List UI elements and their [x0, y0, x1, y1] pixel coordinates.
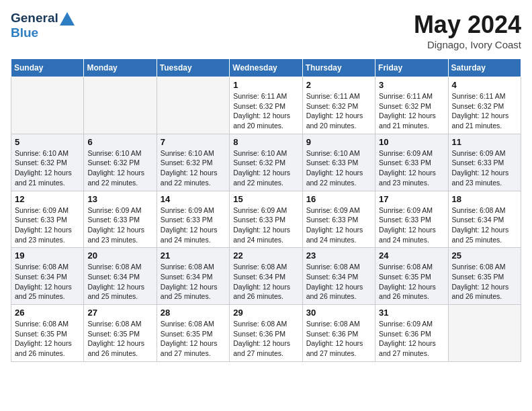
day-number: 5 — [15, 137, 80, 147]
day-number: 8 — [233, 137, 298, 147]
weekday-header-sunday: Sunday — [11, 59, 84, 77]
day-number: 14 — [161, 194, 226, 204]
calendar-cell: 21Sunrise: 6:08 AMSunset: 6:34 PMDayligh… — [157, 248, 229, 305]
day-info: Sunrise: 6:09 AMSunset: 6:33 PMDaylight:… — [379, 148, 444, 188]
calendar-table: SundayMondayTuesdayWednesdayThursdayFrid… — [11, 58, 521, 362]
day-info: Sunrise: 6:10 AMSunset: 6:32 PMDaylight:… — [15, 148, 80, 188]
day-number: 28 — [161, 308, 226, 318]
calendar-week-row: 19Sunrise: 6:08 AMSunset: 6:34 PMDayligh… — [11, 248, 521, 305]
calendar-cell: 25Sunrise: 6:08 AMSunset: 6:35 PMDayligh… — [448, 248, 521, 305]
page-header: General Blue May 2024 Dignago, Ivory Coa… — [11, 11, 521, 50]
day-info: Sunrise: 6:08 AMSunset: 6:34 PMDaylight:… — [452, 205, 517, 245]
calendar-cell: 26Sunrise: 6:08 AMSunset: 6:35 PMDayligh… — [11, 305, 84, 362]
day-info: Sunrise: 6:10 AMSunset: 6:32 PMDaylight:… — [161, 148, 226, 188]
day-info: Sunrise: 6:08 AMSunset: 6:36 PMDaylight:… — [306, 319, 371, 359]
weekday-header-thursday: Thursday — [302, 59, 375, 77]
day-number: 21 — [161, 250, 226, 261]
calendar-cell: 16Sunrise: 6:09 AMSunset: 6:33 PMDayligh… — [302, 191, 375, 248]
weekday-header-tuesday: Tuesday — [157, 59, 229, 77]
day-info: Sunrise: 6:11 AMSunset: 6:32 PMDaylight:… — [379, 91, 444, 131]
logo-text: General Blue — [11, 11, 76, 40]
day-number: 12 — [15, 194, 80, 204]
calendar-cell — [84, 77, 157, 134]
weekday-header-friday: Friday — [375, 59, 448, 77]
calendar-cell: 1Sunrise: 6:11 AMSunset: 6:32 PMDaylight… — [230, 77, 302, 134]
day-number: 30 — [306, 308, 371, 318]
day-number: 6 — [87, 137, 152, 147]
day-number: 18 — [452, 194, 517, 204]
calendar-cell — [11, 77, 84, 134]
calendar-cell: 19Sunrise: 6:08 AMSunset: 6:34 PMDayligh… — [11, 248, 84, 305]
day-info: Sunrise: 6:09 AMSunset: 6:33 PMDaylight:… — [379, 205, 444, 245]
calendar-cell: 17Sunrise: 6:09 AMSunset: 6:33 PMDayligh… — [375, 191, 448, 248]
day-number: 17 — [379, 194, 444, 204]
month-title: May 2024 — [414, 11, 521, 39]
day-info: Sunrise: 6:09 AMSunset: 6:33 PMDaylight:… — [452, 148, 517, 188]
day-info: Sunrise: 6:08 AMSunset: 6:34 PMDaylight:… — [306, 262, 371, 302]
day-info: Sunrise: 6:08 AMSunset: 6:35 PMDaylight:… — [87, 319, 152, 359]
day-number: 16 — [306, 194, 371, 204]
day-number: 31 — [379, 308, 444, 318]
day-info: Sunrise: 6:09 AMSunset: 6:33 PMDaylight:… — [15, 205, 80, 245]
day-number: 19 — [15, 250, 80, 261]
calendar-cell: 10Sunrise: 6:09 AMSunset: 6:33 PMDayligh… — [375, 134, 448, 191]
calendar-cell: 2Sunrise: 6:11 AMSunset: 6:32 PMDaylight… — [302, 77, 375, 134]
calendar-cell: 15Sunrise: 6:09 AMSunset: 6:33 PMDayligh… — [230, 191, 302, 248]
calendar-cell: 31Sunrise: 6:09 AMSunset: 6:36 PMDayligh… — [375, 305, 448, 362]
calendar-cell: 18Sunrise: 6:08 AMSunset: 6:34 PMDayligh… — [448, 191, 521, 248]
day-number: 13 — [87, 194, 152, 204]
calendar-cell: 30Sunrise: 6:08 AMSunset: 6:36 PMDayligh… — [302, 305, 375, 362]
day-info: Sunrise: 6:08 AMSunset: 6:34 PMDaylight:… — [87, 262, 152, 302]
day-number: 2 — [306, 80, 371, 90]
calendar-week-row: 5Sunrise: 6:10 AMSunset: 6:32 PMDaylight… — [11, 134, 521, 191]
day-info: Sunrise: 6:08 AMSunset: 6:34 PMDaylight:… — [233, 262, 298, 302]
day-info: Sunrise: 6:09 AMSunset: 6:36 PMDaylight:… — [379, 319, 444, 359]
calendar-cell: 4Sunrise: 6:11 AMSunset: 6:32 PMDaylight… — [448, 77, 521, 134]
day-info: Sunrise: 6:11 AMSunset: 6:32 PMDaylight:… — [452, 91, 517, 131]
weekday-header-monday: Monday — [84, 59, 157, 77]
calendar-cell: 23Sunrise: 6:08 AMSunset: 6:34 PMDayligh… — [302, 248, 375, 305]
calendar-week-row: 1Sunrise: 6:11 AMSunset: 6:32 PMDaylight… — [11, 77, 521, 134]
day-info: Sunrise: 6:10 AMSunset: 6:33 PMDaylight:… — [306, 148, 371, 188]
calendar-cell: 6Sunrise: 6:10 AMSunset: 6:32 PMDaylight… — [84, 134, 157, 191]
calendar-cell: 29Sunrise: 6:08 AMSunset: 6:36 PMDayligh… — [230, 305, 302, 362]
day-number: 27 — [87, 308, 152, 318]
day-info: Sunrise: 6:09 AMSunset: 6:33 PMDaylight:… — [161, 205, 226, 245]
calendar-cell — [448, 305, 521, 362]
day-info: Sunrise: 6:08 AMSunset: 6:34 PMDaylight:… — [15, 262, 80, 302]
calendar-cell: 5Sunrise: 6:10 AMSunset: 6:32 PMDaylight… — [11, 134, 84, 191]
day-info: Sunrise: 6:08 AMSunset: 6:35 PMDaylight:… — [15, 319, 80, 359]
day-info: Sunrise: 6:10 AMSunset: 6:32 PMDaylight:… — [87, 148, 152, 188]
calendar-cell: 22Sunrise: 6:08 AMSunset: 6:34 PMDayligh… — [230, 248, 302, 305]
day-number: 10 — [379, 137, 444, 147]
calendar-cell: 28Sunrise: 6:08 AMSunset: 6:35 PMDayligh… — [157, 305, 229, 362]
day-info: Sunrise: 6:09 AMSunset: 6:33 PMDaylight:… — [306, 205, 371, 245]
calendar-cell: 8Sunrise: 6:10 AMSunset: 6:32 PMDaylight… — [230, 134, 302, 191]
calendar-week-row: 12Sunrise: 6:09 AMSunset: 6:33 PMDayligh… — [11, 191, 521, 248]
calendar-cell: 24Sunrise: 6:08 AMSunset: 6:35 PMDayligh… — [375, 248, 448, 305]
title-area: May 2024 Dignago, Ivory Coast — [414, 11, 521, 50]
day-info: Sunrise: 6:11 AMSunset: 6:32 PMDaylight:… — [306, 91, 371, 131]
calendar-cell — [157, 77, 229, 134]
calendar-cell: 14Sunrise: 6:09 AMSunset: 6:33 PMDayligh… — [157, 191, 229, 248]
calendar-cell: 20Sunrise: 6:08 AMSunset: 6:34 PMDayligh… — [84, 248, 157, 305]
day-info: Sunrise: 6:08 AMSunset: 6:35 PMDaylight:… — [379, 262, 444, 302]
calendar-cell: 7Sunrise: 6:10 AMSunset: 6:32 PMDaylight… — [157, 134, 229, 191]
day-number: 20 — [87, 250, 152, 261]
day-number: 15 — [233, 194, 298, 204]
day-number: 9 — [306, 137, 371, 147]
calendar-cell: 9Sunrise: 6:10 AMSunset: 6:33 PMDaylight… — [302, 134, 375, 191]
day-number: 23 — [306, 250, 371, 261]
day-info: Sunrise: 6:08 AMSunset: 6:35 PMDaylight:… — [161, 319, 226, 359]
day-number: 29 — [233, 308, 298, 318]
calendar-week-row: 26Sunrise: 6:08 AMSunset: 6:35 PMDayligh… — [11, 305, 521, 362]
weekday-header-wednesday: Wednesday — [230, 59, 302, 77]
weekday-header-saturday: Saturday — [448, 59, 521, 77]
day-number: 24 — [379, 250, 444, 261]
location: Dignago, Ivory Coast — [414, 39, 521, 50]
day-number: 3 — [379, 80, 444, 90]
day-number: 1 — [233, 80, 298, 90]
calendar-cell: 3Sunrise: 6:11 AMSunset: 6:32 PMDaylight… — [375, 77, 448, 134]
day-number: 4 — [452, 80, 517, 90]
calendar-cell: 13Sunrise: 6:09 AMSunset: 6:33 PMDayligh… — [84, 191, 157, 248]
